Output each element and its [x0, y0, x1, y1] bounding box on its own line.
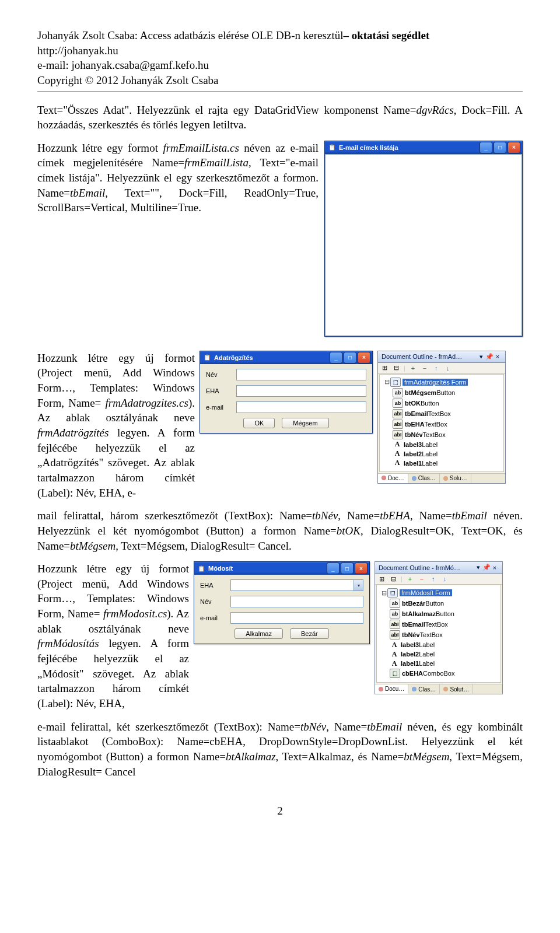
minimize-button[interactable]: _: [480, 142, 492, 153]
titlebar-email[interactable]: 📋 E-mail címek listája _ □ ×: [325, 141, 522, 154]
maximize-button[interactable]: □: [494, 142, 506, 153]
tab-solution-explorer[interactable]: Solu…: [440, 474, 471, 483]
form-icon: 📋: [202, 353, 212, 362]
panel-close-icon[interactable]: ×: [494, 353, 502, 360]
pin-icon[interactable]: 📌: [485, 353, 494, 361]
ok-button[interactable]: OK: [243, 418, 275, 428]
tree-item-type: Button: [436, 389, 455, 396]
expand-icon[interactable]: ⊞: [377, 575, 386, 583]
maximize-button[interactable]: □: [344, 352, 356, 364]
form-icon: 📋: [327, 143, 337, 152]
tree-item[interactable]: Alabel2 Label: [382, 449, 501, 459]
author-name: Johanyák Zsolt Csaba:: [37, 29, 140, 41]
collapse-icon[interactable]: ⊟: [392, 364, 400, 372]
tree-item[interactable]: abbtAlkalmaz Button: [379, 609, 498, 619]
textbox-nev[interactable]: [236, 369, 366, 380]
close-button[interactable]: ×: [358, 352, 370, 364]
move-down-icon[interactable]: ↓: [441, 575, 449, 583]
tree-item-name: btMégsem: [405, 389, 436, 396]
tab-solution-explorer[interactable]: Solut…: [440, 684, 473, 694]
expand-icon[interactable]: ⊞: [380, 364, 388, 372]
move-down-icon[interactable]: ↓: [444, 364, 452, 372]
tree-item[interactable]: abbtMégsem Button: [382, 387, 501, 398]
close-button[interactable]: ×: [355, 562, 368, 574]
tree-item-type: ComboBox: [423, 670, 454, 677]
cancel-button[interactable]: Mégsem: [282, 418, 328, 428]
twisty-icon[interactable]: ⊟: [380, 589, 387, 597]
maximize-button[interactable]: □: [341, 562, 354, 574]
tree-item-name: label3: [401, 641, 419, 648]
tree-item[interactable]: Alabel2 Label: [379, 649, 498, 659]
email-textbox[interactable]: [325, 154, 522, 336]
tab-doc-outline[interactable]: Docu…: [375, 684, 408, 694]
panel-title[interactable]: Document Outline - frmMó… ▾ 📌 ×: [375, 562, 502, 574]
minimize-button[interactable]: _: [330, 352, 342, 364]
tree-item[interactable]: abItbNév TextBox: [382, 429, 501, 440]
tree-item[interactable]: abItbEmail TextBox: [382, 408, 501, 419]
panel-title-text: Document Outline - frmAd…: [382, 353, 462, 360]
combobox-eha[interactable]: [230, 579, 354, 591]
twisty-icon[interactable]: ⊟: [383, 378, 390, 386]
site-url: http://johanyak.hu: [37, 43, 523, 58]
form-type-icon: ⬚: [387, 588, 398, 597]
close-window-button[interactable]: Bezár: [290, 628, 329, 639]
tree-item-type: Button: [425, 600, 444, 607]
tree-item[interactable]: Alabel1 Label: [382, 459, 501, 468]
tree-item[interactable]: abItbNév TextBox: [379, 630, 498, 640]
textbox-email[interactable]: [236, 401, 366, 413]
tree-item-name: label3: [404, 441, 422, 448]
add-icon[interactable]: +: [409, 364, 417, 372]
tree-item[interactable]: Alabel3 Label: [382, 440, 501, 449]
doc-title-plain: Access adatbázis elérése OLE DB-n keresz…: [140, 29, 344, 41]
add-icon[interactable]: +: [406, 575, 414, 583]
tree-item[interactable]: abbtBezár Button: [379, 598, 498, 609]
tree-item[interactable]: Alabel3 Label: [379, 640, 498, 649]
paragraph-4b: e-mail felirattal, két szerkesztőmezőt (…: [37, 719, 523, 780]
remove-icon[interactable]: −: [418, 575, 426, 583]
apply-button[interactable]: Alkalmaz: [235, 628, 283, 639]
minimize-button[interactable]: _: [327, 562, 340, 574]
component-tree[interactable]: ⊟ ⬚ frmMódosít Form abbtBezár Buttonabbt…: [376, 585, 501, 683]
textbox-email[interactable]: [230, 612, 363, 624]
titlebar-adat[interactable]: 📋 Adatrögzítés _ □ ×: [200, 351, 372, 364]
tree-root-label: frmAdatrögzítés Form: [402, 379, 468, 386]
component-tree[interactable]: ⊟ ⬚ frmAdatrögzítés Form abbtMégsem Butt…: [379, 374, 504, 472]
move-up-icon[interactable]: ↑: [432, 364, 440, 372]
header-separator: [37, 92, 523, 92]
panel-tabs: Doc… Clas… Solu…: [378, 473, 505, 483]
textbox-eha[interactable]: [236, 385, 366, 397]
pin-icon[interactable]: 📌: [482, 564, 491, 571]
panel-document-outline-m: Document Outline - frmMó… ▾ 📌 × ⊞ ⊟ | + …: [374, 561, 503, 694]
textbox-nev[interactable]: [230, 596, 363, 607]
dropdown-arrow-icon[interactable]: ▾: [354, 579, 363, 591]
tree-item-name: btOK: [405, 400, 421, 407]
tree-item[interactable]: abItbEHA TextBox: [382, 419, 501, 429]
dropdown-icon[interactable]: ▾: [474, 564, 482, 571]
remove-icon[interactable]: −: [421, 364, 429, 372]
window-title: E-mail címek listája: [339, 144, 398, 151]
label-email: e-mail: [200, 614, 230, 621]
page-number: 2: [37, 805, 523, 817]
panel-close-icon[interactable]: ×: [491, 564, 499, 571]
collapse-icon[interactable]: ⊟: [389, 575, 397, 583]
tab-class-view[interactable]: Clas…: [408, 474, 440, 483]
close-button[interactable]: ×: [508, 142, 520, 153]
tree-item[interactable]: abItbEmail TextBox: [379, 619, 498, 630]
form-type-icon: ⬚: [390, 378, 401, 387]
tree-item[interactable]: abbtOK Button: [382, 398, 501, 408]
tab-class-view[interactable]: Clas…: [408, 684, 440, 694]
tree-root[interactable]: ⊟ ⬚ frmAdatrögzítés Form: [382, 377, 501, 387]
tree-item-name: tbNév: [402, 631, 420, 638]
tree-root[interactable]: ⊟ ⬚ frmMódosít Form: [379, 588, 498, 598]
move-up-icon[interactable]: ↑: [429, 575, 438, 583]
window-modosit: 📋 Módosít _ □ × EHA ▾ Név e-mail: [194, 561, 370, 644]
dropdown-icon[interactable]: ▾: [477, 353, 485, 361]
tree-item-name: tbEmail: [405, 410, 428, 417]
panel-title[interactable]: Document Outline - frmAd… ▾ 📌 ×: [378, 351, 505, 363]
tree-item[interactable]: ⬚cbEHA ComboBox: [379, 668, 498, 679]
lbl-type-icon: A: [390, 650, 399, 658]
label-nev: Név: [200, 598, 230, 605]
tab-doc-outline[interactable]: Doc…: [378, 474, 408, 483]
titlebar-modosit[interactable]: 📋 Módosít _ □ ×: [194, 562, 369, 575]
tree-item[interactable]: Alabel1 Label: [379, 659, 498, 668]
